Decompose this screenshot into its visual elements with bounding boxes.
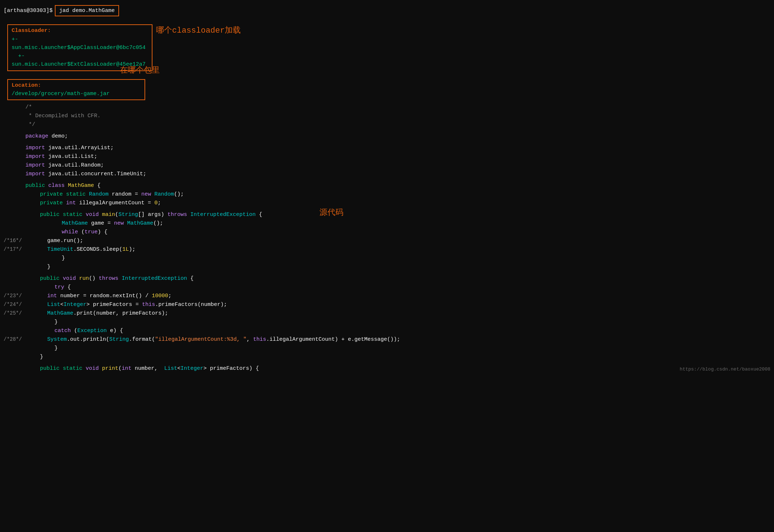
comment-row-3: */ xyxy=(4,120,774,129)
classloader-label: ClassLoader: xyxy=(12,26,148,35)
field2-row: private int illegalArgumentCount = 0; xyxy=(4,199,774,208)
print-decl-row: public static void print(int number, Lis… xyxy=(4,364,774,373)
catch-close-row: } xyxy=(4,344,774,353)
comment-row-2: * Decompiled with CFR. xyxy=(4,112,774,120)
run-close-row: } xyxy=(4,353,774,361)
main-decl-row: public static void main(String[] args) t… xyxy=(4,210,774,219)
annotation-location: 在哪个包里 xyxy=(120,65,160,77)
annotation-classloader: 哪个classloader加载 xyxy=(156,25,241,37)
run-decl-row: public void run() throws InterruptedExce… xyxy=(4,274,774,283)
command-line: [arthas@30303]$ jad demo.MathGame xyxy=(0,4,774,18)
line17-row: /*17*/ TimeUnit.SECONDS.sleep(1L); xyxy=(4,245,774,254)
while-close-row: } xyxy=(4,254,774,263)
command-box: jad demo.MathGame xyxy=(55,5,119,16)
watermark: https://blog.csdn.net/baoxue2008 xyxy=(680,366,770,373)
import-1: import java.util.ArrayList; xyxy=(4,144,774,152)
import-3: import java.util.Random; xyxy=(4,161,774,170)
comment-row-1: /* xyxy=(4,103,774,112)
import-4: import java.util.concurrent.TimeUnit; xyxy=(4,170,774,179)
location-label: Location: xyxy=(12,81,141,90)
mathgame-new-row: MathGame game = new MathGame(); xyxy=(4,219,774,228)
prompt: [arthas@30303]$ xyxy=(4,7,53,15)
line25-row: /*25*/ MathGame.print(number, primeFacto… xyxy=(4,309,774,318)
class-decl-row: public class MathGame { xyxy=(4,181,774,190)
catch-row: catch (Exception e) { xyxy=(4,327,774,335)
try-row: try { xyxy=(4,283,774,292)
try-close-row: } xyxy=(4,318,774,327)
annotation-sourcecode: 源代码 xyxy=(319,207,343,219)
field1-row: private static Random random = new Rando… xyxy=(4,190,774,199)
while-row: while (true) { xyxy=(4,228,774,237)
location-path: /develop/grocery/math-game.jar xyxy=(12,90,141,98)
line28-row: /*28*/ System.out.println(String.format(… xyxy=(4,335,774,344)
source-code-area: /* * Decompiled with CFR. */ package dem… xyxy=(0,103,774,373)
main-close-row: } xyxy=(4,263,774,271)
line16-row: /*16*/ game.run(); xyxy=(4,237,774,245)
classloader-line1: +-sun.misc.Launcher$AppClassLoader@6bc7c… xyxy=(12,35,148,52)
location-section: Location: /develop/grocery/math-game.jar xyxy=(7,79,145,101)
line24-row: /*24*/ List<Integer> primeFactors = this… xyxy=(4,300,774,309)
classloader-section: ClassLoader: +-sun.misc.Launcher$AppClas… xyxy=(7,24,152,71)
line23-row: /*23*/ int number = random.nextInt() / 1… xyxy=(4,292,774,300)
import-2: import java.util.List; xyxy=(4,152,774,161)
imports-block: import java.util.ArrayList; import java.… xyxy=(4,144,774,179)
package-row: package demo; xyxy=(4,132,774,141)
